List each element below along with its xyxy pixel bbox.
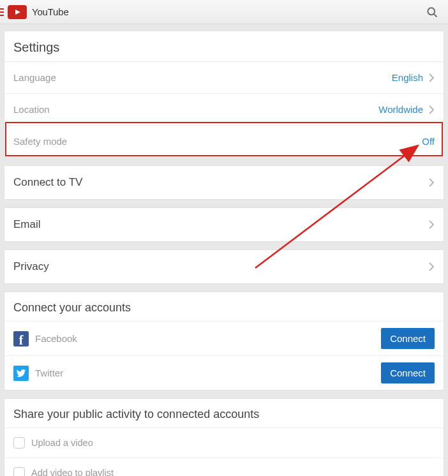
- checkbox-icon[interactable]: [13, 437, 25, 449]
- account-row-twitter: Twitter Connect: [4, 356, 444, 390]
- setting-label: Language: [13, 72, 56, 83]
- nav-label: Connect to TV: [13, 176, 82, 189]
- setting-row-safety-mode[interactable]: Safety mode Off: [4, 126, 444, 157]
- nav-label: Email: [13, 218, 41, 231]
- twitter-icon: [13, 366, 29, 381]
- setting-label: Safety mode: [13, 136, 67, 147]
- top-bar: YouTube: [0, 0, 448, 24]
- nav-card-email[interactable]: Email: [4, 207, 444, 242]
- svg-point-1: [428, 8, 435, 15]
- menu-icon[interactable]: [0, 8, 5, 16]
- youtube-logo-icon[interactable]: [8, 5, 27, 19]
- share-activity-title: Share your public activity to connected …: [4, 399, 444, 428]
- nav-card-connect-tv[interactable]: Connect to TV: [4, 165, 444, 200]
- setting-row-location[interactable]: Location Worldwide: [4, 94, 444, 126]
- connect-accounts-title: Connect your accounts: [4, 292, 444, 322]
- connect-accounts-card: Connect your accounts f Facebook Connect…: [4, 292, 444, 390]
- chevron-right-icon: [428, 105, 435, 115]
- chevron-right-icon: [428, 73, 435, 83]
- chevron-right-icon: [428, 262, 435, 272]
- checkbox-icon[interactable]: [13, 467, 25, 476]
- share-option-label: Add video to playlist: [31, 468, 114, 476]
- settings-title: Settings: [4, 31, 444, 62]
- chevron-right-icon: [428, 219, 435, 230]
- share-activity-card: Share your public activity to connected …: [4, 398, 444, 476]
- account-label: Facebook: [35, 333, 77, 344]
- account-row-facebook: f Facebook Connect: [4, 322, 444, 356]
- account-label: Twitter: [35, 368, 63, 378]
- facebook-icon: f: [13, 331, 29, 346]
- setting-value: English: [392, 72, 423, 83]
- share-option-upload[interactable]: Upload a video: [4, 428, 444, 458]
- nav-card-privacy[interactable]: Privacy: [4, 249, 444, 284]
- connect-button-facebook[interactable]: Connect: [381, 328, 435, 349]
- setting-value: Worldwide: [378, 104, 423, 115]
- settings-card: Settings Language English Location World…: [4, 31, 444, 158]
- share-option-label: Upload a video: [31, 438, 93, 448]
- setting-label: Location: [13, 104, 50, 115]
- nav-label: Privacy: [13, 260, 49, 273]
- connect-button-twitter[interactable]: Connect: [381, 362, 435, 383]
- setting-value: Off: [422, 136, 435, 147]
- setting-row-language[interactable]: Language English: [4, 62, 444, 94]
- brand-label: YouTube: [32, 6, 69, 17]
- search-icon[interactable]: [422, 3, 442, 22]
- svg-line-2: [434, 13, 437, 17]
- chevron-right-icon: [428, 177, 435, 188]
- share-option-add-playlist[interactable]: Add video to playlist: [4, 458, 444, 476]
- svg-marker-0: [15, 10, 20, 15]
